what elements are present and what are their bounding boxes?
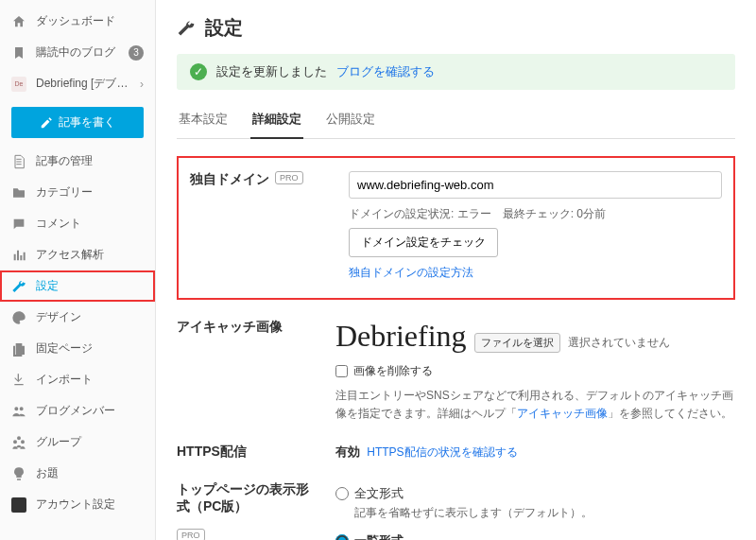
sidebar-label: アクセス解析 <box>36 247 144 263</box>
sidebar-label: アカウント設定 <box>36 496 144 513</box>
palette-icon <box>11 310 26 325</box>
chevron-right-icon: › <box>140 78 144 91</box>
folder-icon <box>11 185 26 200</box>
edit-icon <box>40 116 53 130</box>
sidebar-label: 固定ページ <box>36 340 144 357</box>
eyecatch-help-link[interactable]: アイキャッチ画像 <box>517 407 608 420</box>
document-icon <box>11 154 26 169</box>
top-format-label: トップページの表示形式（PC版） <box>177 481 318 515</box>
pro-badge: PRO <box>275 171 303 184</box>
radio-list[interactable] <box>335 534 349 540</box>
format-full-radio[interactable]: 全文形式 <box>335 485 735 502</box>
domain-section: 独自ドメイン PRO ドメインの設定状況: エラー 最終チェック: 0分前 ドメ… <box>177 156 735 300</box>
home-icon <box>11 14 26 29</box>
tabs: 基本設定 詳細設定 公開設定 <box>177 103 735 139</box>
avatar-icon <box>11 497 26 513</box>
sidebar-label: グループ <box>36 434 144 450</box>
delete-image-check[interactable]: 画像を削除する <box>335 363 735 379</box>
sidebar-item-settings[interactable]: 設定 <box>0 270 155 302</box>
domain-help-link[interactable]: 独自ドメインの設定方法 <box>349 266 473 279</box>
sidebar-label: 設定 <box>36 278 144 294</box>
success-alert: ✓ 設定を更新しました ブログを確認する <box>177 54 735 90</box>
sidebar-label: ブログメンバー <box>36 403 144 419</box>
file-select-button[interactable]: ファイルを選択 <box>474 333 560 353</box>
domain-status: ドメインの設定状況: エラー 最終チェック: 0分前 <box>349 206 722 222</box>
lightbulb-icon <box>11 466 26 481</box>
write-post-button[interactable]: 記事を書く <box>11 107 144 138</box>
radio-list-label: 一覧形式 <box>354 532 404 540</box>
delete-checkbox[interactable] <box>335 365 348 377</box>
delete-label: 画像を削除する <box>353 363 433 379</box>
sidebar-label: 記事の管理 <box>36 153 144 169</box>
sidebar-label: Debriefing [デブリ... <box>36 76 130 92</box>
pro-badge: PRO <box>177 529 205 540</box>
sidebar-item-analytics[interactable]: アクセス解析 <box>0 239 155 270</box>
blog-icon: De <box>11 77 26 92</box>
https-status-link[interactable]: HTTPS配信の状況を確認する <box>367 445 517 459</box>
format-list-radio[interactable]: 一覧形式 <box>335 532 735 540</box>
tab-advanced[interactable]: 詳細設定 <box>250 103 303 139</box>
sidebar-item-import[interactable]: インポート <box>0 364 155 395</box>
sidebar-label: デザイン <box>36 309 144 325</box>
eyecatch-desc: 注目エントリーやSNSシェアなどで利用される、デフォルトのアイキャッチ画像を指定… <box>335 387 735 423</box>
domain-check-button[interactable]: ドメイン設定をチェック <box>349 228 498 257</box>
eyecatch-preview: Debriefing <box>335 319 467 354</box>
domain-input[interactable] <box>349 171 722 199</box>
sidebar-item-account[interactable]: アカウント設定 <box>0 489 155 520</box>
sidebar-item-category[interactable]: カテゴリー <box>0 177 155 208</box>
pages-icon <box>11 341 26 357</box>
https-enabled: 有効 <box>335 444 360 459</box>
page-title: 設定 <box>205 15 243 41</box>
radio-full-label: 全文形式 <box>354 485 404 502</box>
sidebar-label: インポート <box>36 372 144 388</box>
sidebar-item-members[interactable]: ブログメンバー <box>0 395 155 427</box>
members-icon <box>11 404 26 419</box>
sidebar-label: カテゴリー <box>36 184 144 200</box>
alert-link[interactable]: ブログを確認する <box>336 63 435 80</box>
alert-text: 設定を更新しました <box>216 63 327 80</box>
eyecatch-label: アイキャッチ画像 <box>177 319 283 336</box>
sidebar-item-manage[interactable]: 記事の管理 <box>0 146 155 177</box>
chart-icon <box>11 248 26 263</box>
check-icon: ✓ <box>190 63 207 80</box>
sidebar-item-blog[interactable]: De Debriefing [デブリ... › <box>0 68 155 99</box>
write-label: 記事を書く <box>59 114 115 131</box>
bookmark-icon <box>11 45 26 61</box>
sidebar-item-design[interactable]: デザイン <box>0 302 155 333</box>
domain-label: 独自ドメイン <box>190 171 269 188</box>
sidebar-item-subscribed[interactable]: 購読中のブログ 3 <box>0 37 155 68</box>
import-icon <box>11 373 26 388</box>
https-label: HTTPS配信 <box>177 444 247 461</box>
sidebar-label: ダッシュボード <box>36 13 144 29</box>
wrench-icon <box>177 19 196 38</box>
group-icon <box>11 435 26 450</box>
tab-basic[interactable]: 基本設定 <box>177 103 230 138</box>
sidebar-label: お題 <box>36 465 144 481</box>
format-full-desc: 記事を省略せずに表示します（デフォルト）。 <box>354 504 735 522</box>
sidebar-item-comment[interactable]: コメント <box>0 208 155 239</box>
sidebar-item-dashboard[interactable]: ダッシュボード <box>0 6 155 37</box>
radio-full[interactable] <box>335 487 349 500</box>
sidebar-item-odai[interactable]: お題 <box>0 458 155 489</box>
count-badge: 3 <box>129 45 144 61</box>
sidebar-item-group[interactable]: グループ <box>0 427 155 458</box>
wrench-icon <box>11 279 26 294</box>
sidebar-item-fixed-page[interactable]: 固定ページ <box>0 333 155 364</box>
no-file-text: 選択されていません <box>568 335 670 351</box>
sidebar-label: コメント <box>36 216 144 232</box>
tab-publish[interactable]: 公開設定 <box>324 103 377 138</box>
comment-icon <box>11 217 26 232</box>
sidebar-label: 購読中のブログ <box>36 44 119 61</box>
